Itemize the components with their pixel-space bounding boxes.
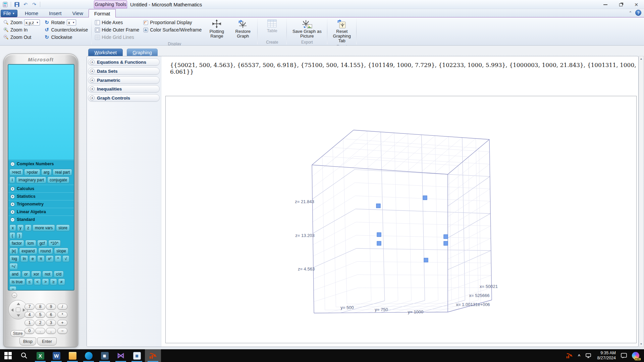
calc-button-arg[interactable]: arg bbox=[41, 169, 52, 176]
calc-button-i[interactable]: i bbox=[9, 177, 15, 183]
calc-button-lcm[interactable]: lcm bbox=[25, 240, 36, 247]
calc-button-[interactable]: > bbox=[42, 279, 49, 285]
expand-icon[interactable]: + bbox=[10, 202, 15, 206]
hide-axes-button[interactable]: Hide Axes bbox=[95, 19, 139, 26]
calc-button-more-vars[interactable]: more vars bbox=[33, 225, 55, 231]
collapse-icon[interactable]: − bbox=[10, 162, 15, 166]
calc-section-header[interactable]: +Calculus bbox=[8, 185, 74, 192]
taskbar-icon-calculator[interactable]: ▦ bbox=[97, 349, 113, 362]
expand-icon[interactable]: + bbox=[90, 60, 95, 64]
key-0[interactable]: 0 bbox=[24, 328, 35, 334]
tray-chart-icon[interactable] bbox=[566, 352, 573, 359]
calc-button-x[interactable]: x bbox=[9, 225, 16, 231]
calculator-screen[interactable] bbox=[8, 65, 74, 160]
collapse-icon[interactable]: − bbox=[10, 218, 15, 222]
save-icon[interactable] bbox=[14, 1, 20, 7]
key-7[interactable]: 7 bbox=[24, 304, 35, 310]
calc-button-not[interactable]: not bbox=[42, 271, 53, 278]
calc-button-conjugate[interactable]: conjugate bbox=[47, 177, 69, 183]
zoom-control[interactable]: Zoom x,y,z▼ bbox=[3, 19, 40, 26]
help-icon[interactable]: ? bbox=[635, 10, 641, 16]
key-minus[interactable]: − bbox=[57, 328, 67, 334]
calc-button-log[interactable]: log bbox=[9, 255, 19, 262]
calc-button-imaginary-part[interactable]: imaginary part bbox=[16, 177, 46, 183]
calc-button-z[interactable]: z bbox=[25, 225, 32, 231]
calc-button-xor[interactable]: xor bbox=[31, 271, 42, 278]
copilot-icon[interactable]: PRE bbox=[632, 352, 639, 359]
redo-icon[interactable]: ↷ bbox=[31, 1, 37, 7]
tab-worksheet[interactable]: Worksheet bbox=[88, 49, 123, 56]
calc-button-x[interactable]: |x| bbox=[9, 248, 18, 254]
tab-insert[interactable]: Insert bbox=[44, 9, 67, 17]
taskbar-icon-math-calculator[interactable]: ▦ bbox=[129, 349, 145, 362]
backspace-button[interactable]: Bksp bbox=[19, 338, 36, 346]
calc-section-header[interactable]: +Linear Algebra bbox=[8, 208, 74, 216]
key-6[interactable]: 6 bbox=[46, 312, 56, 318]
calc-section-header[interactable]: −Complex Numbers bbox=[8, 160, 74, 168]
calc-button-[interactable]: √ bbox=[62, 255, 69, 262]
dpad-left-icon[interactable] bbox=[11, 308, 13, 312]
close-button[interactable]: ✕ bbox=[629, 0, 644, 9]
calc-button-c-d[interactable]: c/d bbox=[54, 271, 64, 278]
color-surface-button[interactable]: Color Surface/Wireframe bbox=[143, 26, 202, 34]
rotate-ccw-button[interactable]: ↺ Counterclockwise bbox=[44, 26, 88, 34]
sidebar-item-equations-functions[interactable]: +Equations & Functions bbox=[88, 58, 160, 66]
calc-button-is-true[interactable]: is true bbox=[9, 279, 25, 285]
key-3[interactable]: 3 bbox=[46, 320, 56, 326]
store-button[interactable]: Store bbox=[10, 330, 25, 337]
key-4[interactable]: 4 bbox=[24, 312, 35, 318]
graph-canvas[interactable]: z= 21.843z= 13.203z= 4.563y= 500y= 750y=… bbox=[165, 96, 637, 343]
calc-button-e[interactable]: e bbox=[29, 255, 36, 262]
key-plus[interactable]: + bbox=[57, 320, 67, 326]
calc-button-[interactable]: ⁿ√ bbox=[9, 263, 18, 270]
calc-button-[interactable]: ≤ bbox=[26, 279, 33, 285]
calc-button-10[interactable]: *10^ bbox=[48, 240, 61, 247]
calc-section-header[interactable]: −Standard bbox=[8, 216, 74, 223]
taskbar-icon-word[interactable]: W bbox=[48, 349, 64, 362]
calc-button-round[interactable]: round bbox=[38, 248, 53, 254]
reset-graphing-tab-button[interactable]: Reset Graphing Tab bbox=[329, 18, 355, 44]
calc-section-header[interactable]: +Statistics bbox=[8, 193, 74, 200]
tray-expand-icon[interactable]: ^ bbox=[578, 353, 581, 358]
calc-button-factor[interactable]: factor bbox=[9, 240, 24, 247]
expand-icon[interactable]: + bbox=[90, 86, 95, 91]
dpad-up-icon[interactable] bbox=[17, 303, 20, 305]
keypad-collapse-icon[interactable]: − bbox=[12, 293, 17, 298]
expand-icon[interactable]: + bbox=[90, 69, 95, 73]
tab-format[interactable]: Format bbox=[89, 9, 116, 18]
expand-icon[interactable]: + bbox=[10, 187, 15, 191]
calc-button-gcf[interactable]: gcf bbox=[37, 240, 47, 247]
notifications-icon[interactable] bbox=[621, 353, 627, 359]
sidebar-item-inequalities[interactable]: +Inequalities bbox=[88, 85, 160, 93]
taskbar-icon-start[interactable] bbox=[0, 349, 16, 362]
rotate-control[interactable]: ↻ Rotate x▼ bbox=[44, 19, 88, 26]
calc-button-x[interactable]: x² bbox=[46, 255, 54, 262]
expand-icon[interactable]: + bbox=[10, 194, 15, 199]
scrollbar[interactable]: ▲ ▼ bbox=[639, 56, 644, 347]
scroll-up-icon[interactable]: ▲ bbox=[639, 57, 643, 60]
key-8[interactable]: 8 bbox=[35, 304, 45, 310]
calc-button-[interactable]: ( bbox=[9, 232, 15, 239]
restore-graph-button[interactable]: Restore Graph bbox=[230, 18, 256, 40]
calc-button-ln[interactable]: ln bbox=[20, 255, 28, 262]
minimize-button[interactable] bbox=[598, 0, 613, 9]
enter-button[interactable]: Enter bbox=[37, 338, 57, 346]
calc-button-[interactable]: ) bbox=[16, 232, 22, 239]
save-graph-as-picture-button[interactable]: Save Graph as Picture bbox=[288, 18, 326, 40]
sidebar-item-parametric[interactable]: +Parametric bbox=[88, 76, 160, 84]
file-menu-button[interactable]: File▼ bbox=[1, 10, 17, 17]
key-1[interactable]: 1 bbox=[24, 320, 35, 326]
scroll-down-icon[interactable]: ▼ bbox=[639, 343, 643, 346]
restore-button[interactable] bbox=[613, 0, 629, 9]
calc-button-expand[interactable]: expand bbox=[19, 248, 37, 254]
calc-button-[interactable]: ≥ bbox=[50, 279, 57, 285]
calc-button-real-part[interactable]: real part bbox=[53, 169, 72, 176]
dpad-right-icon[interactable] bbox=[23, 308, 25, 312]
key-2[interactable]: 2 bbox=[35, 320, 45, 326]
taskbar-icon-math-graphing[interactable] bbox=[145, 349, 161, 362]
calc-button-and[interactable]: and bbox=[9, 271, 21, 278]
proportional-display-button[interactable]: Proportional Display bbox=[143, 19, 202, 26]
tab-graphing[interactable]: Graphing bbox=[127, 49, 158, 56]
calc-button-polar[interactable]: >polar bbox=[24, 169, 40, 176]
dpad-down-icon[interactable] bbox=[17, 314, 20, 317]
